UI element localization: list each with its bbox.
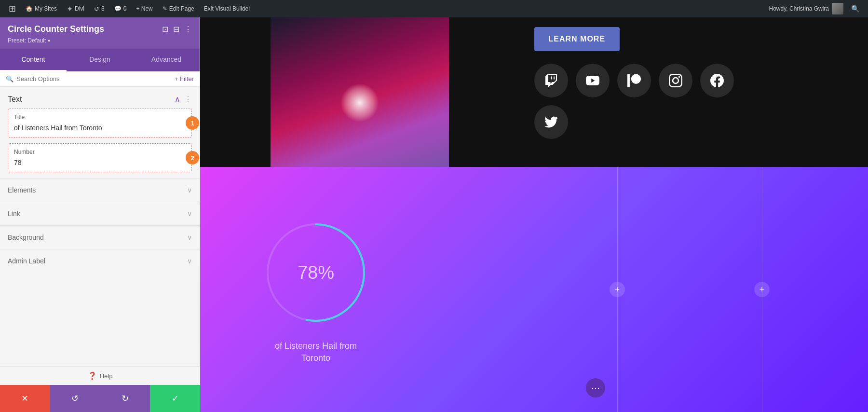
learn-more-button[interactable]: LEARN MORE — [534, 27, 620, 51]
main-layout: Circle Counter Settings ⊡ ⊟ ⋮ Preset: De… — [0, 17, 868, 412]
twitch-icon-btn[interactable] — [534, 64, 568, 97]
edit-page-btn[interactable]: ✎ Edit Page — [159, 0, 198, 17]
background-chevron-down-icon: ∨ — [187, 233, 192, 241]
wp-logo-item[interactable]: ⊞ — [5, 0, 20, 17]
number-field-label: Number — [14, 149, 186, 155]
section-header-icons: ∧ ⋮ — [175, 95, 192, 104]
right-content: LEARN MORE — [200, 17, 868, 412]
link-accordion: Link ∨ — [0, 202, 200, 225]
preset-dropdown-arrow[interactable]: ▾ — [48, 38, 50, 43]
help-icon: ❓ — [88, 371, 97, 380]
spinner-icon: ↺ — [94, 5, 99, 13]
admin-label-chevron-down-icon: ∨ — [187, 257, 192, 265]
new-item[interactable]: + New — [132, 0, 156, 17]
my-sites-label: My Sites — [35, 5, 57, 12]
title-field-label: Title — [14, 114, 186, 121]
collapse-icon[interactable]: ∧ — [175, 95, 180, 104]
admin-label-accordion-header[interactable]: Admin Label ∨ — [8, 249, 192, 273]
circle-percent-text: 78% — [298, 262, 334, 283]
number-input[interactable] — [14, 159, 186, 166]
preset-label: Preset: Default — [8, 37, 46, 44]
help-text[interactable]: Help — [100, 372, 113, 380]
bottom-section: 78% of Listeners Hail fromToronto + + ⋯ — [200, 167, 868, 412]
panel-tabs: Content Design Advanced — [0, 49, 200, 71]
preset-row: Preset: Default ▾ — [8, 37, 192, 44]
search-options-input[interactable] — [16, 75, 113, 82]
background-accordion-title: Background — [8, 233, 44, 241]
more-icon[interactable]: ⋮ — [184, 25, 192, 34]
new-label: + New — [136, 5, 152, 12]
undo-button[interactable]: ↺ — [50, 385, 100, 412]
dots-menu-btn[interactable]: ⋯ — [586, 378, 605, 398]
add-column-btn-2[interactable]: + — [754, 282, 770, 297]
counter-title: of Listeners Hail fromToronto — [275, 340, 357, 364]
link-accordion-header[interactable]: Link ∨ — [8, 202, 192, 225]
add-column-btn-1[interactable]: + — [610, 282, 625, 297]
title-field-group: Title 1 — [8, 109, 192, 137]
cancel-button[interactable]: ✕ — [0, 385, 50, 412]
title-input[interactable] — [14, 124, 186, 132]
facebook-icon-btn[interactable] — [700, 64, 734, 97]
left-panel: Circle Counter Settings ⊡ ⊟ ⋮ Preset: De… — [0, 17, 200, 412]
exit-visual-builder-btn[interactable]: Exit Visual Builder — [200, 0, 255, 17]
pencil-icon: ✎ — [163, 5, 167, 12]
admin-bar-left: ⊞ 🏠 My Sites ✦ Divi ↺ 3 💬 0 + New ✎ Edit… — [5, 0, 769, 17]
elements-accordion-header[interactable]: Elements ∨ — [8, 179, 192, 202]
comments-count: 0 — [123, 5, 127, 12]
hero-image-glow — [340, 83, 379, 122]
my-sites-item[interactable]: 🏠 My Sites — [22, 0, 61, 17]
comment-icon: 💬 — [114, 5, 122, 12]
panel-actions: ✕ ↺ ↻ ✓ — [0, 385, 200, 412]
filter-label: + Filter — [175, 75, 194, 82]
link-accordion-title: Link — [8, 210, 20, 218]
filter-btn[interactable]: + Filter — [175, 75, 194, 82]
title-badge: 1 — [186, 116, 199, 130]
background-accordion-header[interactable]: Background ∨ — [8, 226, 192, 249]
panel-title: Circle Counter Settings — [8, 24, 104, 34]
link-chevron-down-icon: ∨ — [187, 210, 192, 218]
hero-image-area — [200, 17, 520, 167]
number-field-group: Number 2 — [8, 143, 192, 172]
elements-accordion-title: Elements — [8, 186, 36, 194]
background-accordion: Background ∨ — [0, 225, 200, 249]
panel-help: ❓ Help — [0, 366, 200, 385]
number-badge: 2 — [186, 151, 199, 165]
portability-icon[interactable]: ⊡ — [162, 25, 168, 34]
admin-label-accordion-title: Admin Label — [8, 257, 45, 265]
social-icons-row-1 — [534, 64, 854, 97]
twitter-icon-btn[interactable] — [534, 105, 568, 139]
circle-svg-wrap: 78% — [258, 215, 374, 330]
divi-icon: ✦ — [67, 4, 73, 14]
text-section: Text ∧ ⋮ Title 1 Number 2 — [0, 87, 200, 172]
tab-advanced[interactable]: Advanced — [133, 49, 200, 71]
admin-label-accordion: Admin Label ∨ — [0, 249, 200, 273]
search-icon[interactable]: 🔍 — [847, 0, 863, 17]
comments-item[interactable]: 💬 0 — [110, 0, 131, 17]
patreon-icon-btn[interactable] — [617, 64, 651, 97]
edit-page-label: Edit Page — [169, 5, 194, 12]
hero-image — [271, 17, 449, 167]
top-section: LEARN MORE — [200, 17, 868, 167]
youtube-icon-btn[interactable] — [576, 64, 610, 97]
wp-admin-bar: ⊞ 🏠 My Sites ✦ Divi ↺ 3 💬 0 + New ✎ Edit… — [0, 0, 868, 17]
circle-counter-area: 78% of Listeners Hail fromToronto — [258, 215, 374, 364]
home-icon: 🏠 — [26, 5, 33, 12]
elements-accordion: Elements ∨ — [0, 178, 200, 202]
social-icons-row-2 — [534, 105, 854, 139]
layout-icon[interactable]: ⊟ — [173, 25, 179, 34]
social-section: LEARN MORE — [520, 17, 868, 167]
admin-bar-right: Howdy, Christina Gwira 🔍 — [769, 0, 863, 17]
redo-button[interactable]: ↻ — [100, 385, 150, 412]
spinner-item[interactable]: ↺ 3 — [90, 0, 108, 17]
divi-item[interactable]: ✦ Divi — [63, 0, 88, 17]
text-section-title: Text — [8, 95, 22, 104]
save-button[interactable]: ✓ — [150, 385, 200, 412]
section-menu-icon[interactable]: ⋮ — [184, 95, 192, 104]
panel-header-icons: ⊡ ⊟ ⋮ — [162, 25, 192, 34]
panel-title-row: Circle Counter Settings ⊡ ⊟ ⋮ — [8, 24, 192, 34]
tab-design[interactable]: Design — [67, 49, 133, 71]
panel-header: Circle Counter Settings ⊡ ⊟ ⋮ Preset: De… — [0, 17, 200, 49]
tab-content[interactable]: Content — [0, 49, 67, 71]
instagram-icon-btn[interactable] — [659, 64, 692, 97]
elements-chevron-down-icon: ∨ — [187, 186, 192, 194]
